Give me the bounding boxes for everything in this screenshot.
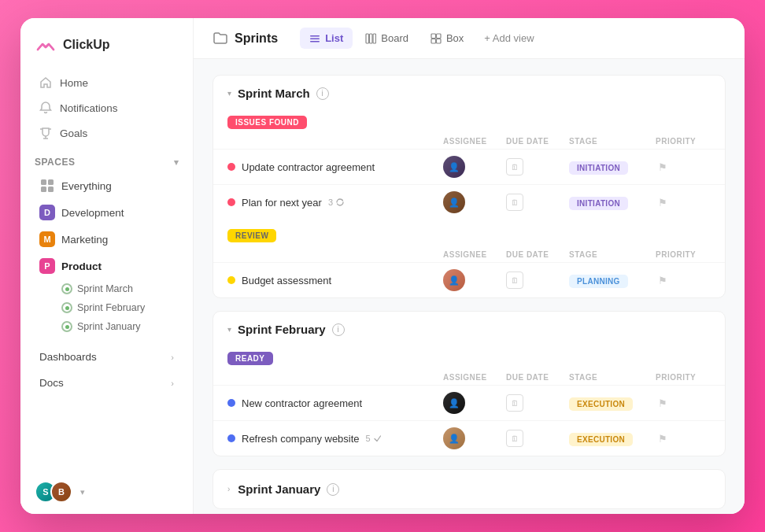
product-label: Product: [61, 260, 102, 272]
calendar-icon: 🗓: [506, 394, 523, 412]
sprint-march-info-icon[interactable]: i: [316, 87, 329, 100]
sidebar-sprint-january[interactable]: Sprint January: [25, 317, 188, 336]
stage-cell: EXECUTION: [569, 396, 656, 410]
spaces-label: Spaces: [35, 157, 75, 168]
col-stage: STAGE: [569, 137, 656, 146]
task-dot-icon: [227, 276, 235, 284]
svg-rect-8: [370, 34, 373, 43]
table-row[interactable]: Refresh company website 5 👤 🗓: [213, 420, 725, 456]
home-icon: [39, 76, 52, 89]
stage-badge: INITIATION: [569, 161, 628, 175]
svg-rect-11: [436, 34, 441, 39]
due-date-cell: 🗓: [506, 430, 569, 447]
task-dot-icon: [227, 399, 235, 407]
assignee-cell: 👤: [443, 269, 506, 291]
stage-cell: INITIATION: [569, 160, 656, 174]
sprint-march-header[interactable]: ▾ Sprint March i: [213, 76, 725, 111]
sprint-march-chevron-icon: ▾: [227, 89, 231, 98]
sprint-february-header[interactable]: ▾ Sprint February i: [213, 312, 725, 347]
task-count: 3: [328, 198, 345, 207]
sidebar-item-product[interactable]: P Product: [25, 253, 188, 279]
sprint-january-dot-icon: [61, 321, 72, 332]
sidebar-item-docs[interactable]: Docs ›: [25, 370, 188, 396]
sidebar-user-area[interactable]: S B ▾: [20, 470, 193, 514]
sidebar-item-notifications[interactable]: Notifications: [25, 95, 188, 120]
sidebar-item-home[interactable]: Home: [25, 70, 188, 95]
sidebar-item-goals[interactable]: Goals: [25, 120, 188, 146]
clickup-logo-icon: [35, 34, 57, 56]
dashboards-chevron-icon: ›: [171, 353, 174, 362]
assignee-cell: 👤: [443, 427, 506, 449]
sprint-january-info-icon[interactable]: i: [327, 483, 339, 496]
board-icon: [365, 33, 376, 44]
svg-rect-7: [366, 34, 369, 43]
sidebar-sprint-february[interactable]: Sprint February: [25, 298, 188, 317]
col-headers-march-1: ASSIGNEE DUE DATE STAGE PRIORITY: [213, 134, 725, 149]
sprint-february-dot-icon: [61, 302, 72, 313]
col-task: [227, 137, 443, 146]
sprint-january-header[interactable]: › Sprint January i: [213, 470, 725, 508]
docs-chevron-icon: ›: [171, 379, 174, 388]
task-dot-icon: [227, 198, 235, 206]
svg-rect-2: [41, 187, 46, 192]
development-label: Development: [61, 207, 124, 219]
flag-icon: ⚑: [656, 396, 670, 410]
avatar: 👤: [443, 191, 465, 213]
table-row[interactable]: New contractor agreement 👤 🗓 EXECUTION ⚑: [213, 385, 725, 420]
bell-icon: [39, 102, 52, 114]
stage-cell: INITIATION: [569, 195, 656, 209]
sidebar-item-everything[interactable]: Everything: [25, 172, 188, 199]
task-name-area: Refresh company website 5: [227, 433, 443, 445]
avatar: 👤: [443, 427, 465, 449]
table-row[interactable]: Budget assessment 👤 🗓 PLANNING ⚑: [213, 262, 725, 297]
sprint-march-sidebar-label: Sprint March: [77, 283, 133, 294]
ready-group-header: READY: [213, 347, 725, 370]
tab-board[interactable]: Board: [356, 28, 418, 49]
view-tabs: List Board: [300, 28, 541, 49]
svg-rect-12: [431, 39, 436, 43]
sprint-february-info-icon[interactable]: i: [332, 323, 345, 336]
stage-badge: EXECUTION: [569, 433, 633, 446]
assignee-cell: 👤: [443, 156, 506, 178]
table-row[interactable]: Plan for next year 3 👤: [213, 184, 725, 220]
svg-rect-10: [431, 34, 436, 39]
marketing-label: Marketing: [61, 234, 108, 246]
svg-rect-4: [310, 35, 320, 37]
docs-label: Docs: [39, 377, 64, 389]
dashboards-label: Dashboards: [39, 351, 97, 363]
sidebar-item-dashboards[interactable]: Dashboards ›: [25, 344, 188, 370]
task-name: Budget assessment: [242, 275, 331, 286]
sprint-march-title: Sprint March: [238, 87, 310, 100]
development-badge: D: [39, 205, 55, 220]
issues-found-badge: ISSUES FOUND: [227, 116, 307, 129]
sidebar-item-development[interactable]: D Development: [25, 199, 188, 226]
add-view-button[interactable]: + Add view: [476, 28, 541, 49]
svg-rect-3: [48, 187, 54, 192]
review-badge: REVIEW: [227, 229, 276, 242]
task-count-value: 3: [328, 198, 333, 207]
refresh-icon: [335, 198, 345, 207]
task-name-area: Update contractor agreement: [227, 161, 443, 173]
stage-badge: EXECUTION: [569, 397, 633, 411]
table-row[interactable]: Update contractor agreement 👤 🗓 INITIATI…: [213, 149, 725, 184]
sprint-february-sidebar-label: Sprint February: [77, 302, 145, 313]
sprint-february-title: Sprint February: [238, 323, 326, 336]
spaces-header: Spaces ▾: [20, 146, 193, 172]
main-content: Sprints List Boa: [194, 18, 745, 514]
col-due-date: DUE DATE: [506, 250, 569, 259]
spaces-chevron-icon[interactable]: ▾: [174, 157, 179, 168]
priority-cell: ⚑: [656, 160, 711, 174]
sprint-january-sidebar-label: Sprint January: [77, 321, 141, 332]
tab-box[interactable]: Box: [421, 28, 473, 49]
due-date-cell: 🗓: [506, 394, 569, 412]
sidebar-item-marketing[interactable]: M Marketing: [25, 226, 188, 253]
svg-rect-6: [310, 41, 320, 42]
attachment-icon: [373, 434, 382, 443]
logo-area[interactable]: ClickUp: [20, 34, 193, 70]
col-assignee: ASSIGNEE: [443, 373, 506, 382]
svg-rect-0: [41, 179, 46, 185]
sprint-january-section: › Sprint January i: [213, 469, 726, 509]
avatar: 👤: [443, 392, 465, 414]
tab-list[interactable]: List: [300, 28, 353, 49]
sidebar-sprint-march[interactable]: Sprint March: [25, 279, 188, 298]
